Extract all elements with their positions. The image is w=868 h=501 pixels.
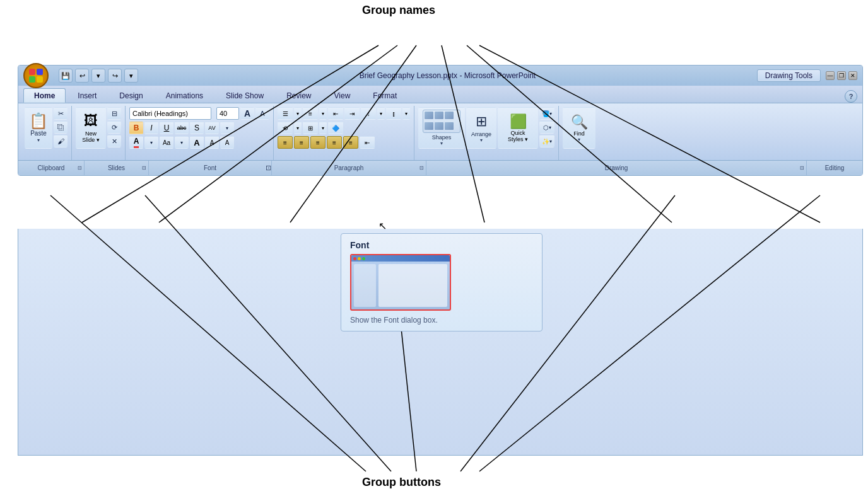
indent-more-button[interactable]: ⇥ [344, 107, 360, 120]
shape-mini-1 [425, 112, 433, 119]
undo-qat-button[interactable]: ↩ [75, 69, 89, 83]
align-text-dropdown[interactable]: ▾ [319, 122, 327, 134]
distributed-button[interactable]: ≡ [343, 136, 358, 149]
save-qat-button[interactable]: 💾 [59, 69, 73, 83]
highlight-dropdown[interactable]: ▾ [175, 136, 189, 149]
tab-design[interactable]: Design [108, 88, 153, 103]
font-format-row: B I U abc S AV [129, 122, 234, 134]
columns-button[interactable]: ⫿ [386, 107, 401, 120]
shape-effects-button[interactable]: ✨ ▾ [539, 135, 554, 147]
font-name-box[interactable]: Calibri (Headings) [129, 107, 211, 120]
align-left-button[interactable]: ≡ [278, 136, 293, 149]
numbering-dropdown[interactable]: ▾ [319, 107, 327, 120]
tab-view[interactable]: View [324, 88, 361, 103]
tab-insert[interactable]: Insert [67, 88, 107, 103]
slides-expand-button[interactable]: ⊡ [142, 165, 146, 171]
decrease-font-button[interactable]: A [255, 107, 269, 120]
numbering-button[interactable]: ≡ [303, 107, 318, 120]
bold-icon: B [134, 124, 139, 132]
customize-qat-button[interactable]: ▾ [124, 69, 138, 83]
group-names-label: Group names [362, 4, 435, 17]
shape-outline-button[interactable]: ⬡ ▾ [539, 121, 554, 134]
paragraph-expand-button[interactable]: ⊡ [419, 165, 424, 171]
tab-format[interactable]: Format [362, 88, 408, 103]
shape-fill-button[interactable]: 🪣 ▾ [539, 107, 554, 120]
copy-icon: ⿻ [57, 124, 64, 131]
bullets-button[interactable]: ☰ [278, 107, 293, 120]
shape-outline-dropdown[interactable]: ▾ [549, 125, 551, 130]
strikethrough-button[interactable]: abc [175, 122, 189, 134]
find-dropdown[interactable]: ▾ [578, 137, 580, 142]
grow-font-button[interactable]: A [190, 136, 204, 149]
title-bar: 💾 ↩ ▾ ↪ ▾ Brief Geography Lesson.pptx - … [18, 66, 862, 86]
spacing-dropdown[interactable]: ▾ [220, 122, 234, 134]
justify-button[interactable]: ≡ [327, 136, 342, 149]
restore-button[interactable]: ❐ [837, 71, 846, 80]
line-spacing-button[interactable]: ↕ [361, 107, 376, 120]
clipboard-expand-button[interactable]: ⊡ [78, 165, 82, 171]
increase-font-button[interactable]: A [240, 107, 254, 120]
align-right-button[interactable]: ≡ [310, 136, 326, 149]
font-size-box[interactable]: 40 [216, 107, 239, 120]
center-button[interactable]: ≡ [294, 136, 309, 149]
font-expand-button[interactable]: ⊡ [266, 164, 271, 172]
close-button[interactable]: ✕ [848, 71, 857, 80]
italic-button[interactable]: I [144, 122, 158, 134]
undo-dropdown-button[interactable]: ▾ [91, 69, 105, 83]
reduce-list-level[interactable]: ⇤ [360, 136, 375, 149]
format-painter-button[interactable]: 🖌 [54, 135, 67, 147]
spacing-button[interactable]: AV [205, 122, 219, 134]
paragraph-group: ☰ ▾ ≡ ▾ ⇤ ⇥ ↕ ▾ ⫿ ▾ ⟲ ▾ ⊞ ▾ 🔷 [274, 106, 414, 160]
arrange-dropdown[interactable]: ▾ [480, 137, 483, 143]
reset-button[interactable]: ⟳ [107, 121, 121, 134]
shapes-dropdown[interactable]: ▾ [440, 141, 443, 146]
copy-button[interactable]: ⿻ [54, 121, 67, 134]
paragraph-group-name: Paragraph ⊡ [272, 161, 426, 175]
redo-qat-button[interactable]: ↪ [108, 69, 122, 83]
align-text-button[interactable]: ⊞ [303, 122, 318, 134]
text-direction-dropdown[interactable]: ▾ [294, 122, 302, 134]
font-color-dropdown[interactable]: ▾ [144, 136, 158, 149]
shrink-font-button[interactable]: A [205, 136, 219, 149]
arrange-button[interactable]: ⊞ Arrange ▾ [466, 107, 496, 149]
para-row3: ≡ ≡ ≡ ≡ ≡ ⇤ [278, 136, 375, 149]
shadow-button[interactable]: S [190, 122, 204, 134]
indent-less-button[interactable]: ⇤ [328, 107, 343, 120]
arrange-icon: ⊞ [476, 113, 487, 130]
paste-button[interactable]: 📋 Paste ▾ [25, 107, 52, 149]
tab-slideshow[interactable]: Slide Show [215, 88, 274, 103]
minimize-button[interactable]: — [826, 71, 835, 80]
help-button[interactable]: ? [845, 90, 857, 103]
shapes-button[interactable]: Shapes ▾ [418, 107, 465, 149]
delete-slide-button[interactable]: ✕ [107, 135, 121, 147]
font-color-button[interactable]: A [129, 136, 143, 149]
cut-button[interactable]: ✂ [54, 107, 67, 120]
shape-mini-5 [435, 122, 443, 130]
tab-home[interactable]: Home [23, 88, 66, 103]
layout-icon: ⊟ [112, 110, 117, 118]
decrease-font-icon: A [260, 110, 264, 117]
shape-fill-dropdown[interactable]: ▾ [549, 111, 552, 117]
paste-dropdown[interactable]: ▾ [37, 137, 40, 143]
underline-button[interactable]: U [160, 122, 173, 134]
clear-format-button[interactable]: A [220, 136, 234, 149]
highlight-button[interactable]: Aa [160, 136, 173, 149]
italic-icon: I [150, 124, 152, 132]
quick-styles-button[interactable]: 🟩 Quick Styles ▾ [498, 107, 538, 149]
tab-review[interactable]: Review [276, 88, 322, 103]
columns-dropdown[interactable]: ▾ [402, 107, 410, 120]
new-slide-button[interactable]: 🖼 New Slide ▾ [76, 107, 106, 149]
bold-button[interactable]: B [129, 122, 143, 134]
layout-button[interactable]: ⊟ [107, 107, 121, 120]
office-button[interactable] [23, 63, 49, 88]
shape-mini-2 [435, 112, 443, 119]
drawing-expand-button[interactable]: ⊡ [800, 165, 804, 171]
shape-effects-dropdown[interactable]: ▾ [549, 139, 552, 144]
tooltip-preview [350, 254, 451, 311]
line-spacing-dropdown[interactable]: ▾ [377, 107, 385, 120]
smartart-button[interactable]: 🔷 [328, 122, 343, 134]
tab-animations[interactable]: Animations [155, 88, 214, 103]
bullets-dropdown[interactable]: ▾ [294, 107, 302, 120]
find-button[interactable]: 🔍 Find ▾ [563, 107, 595, 149]
text-direction-button[interactable]: ⟲ [278, 122, 293, 134]
